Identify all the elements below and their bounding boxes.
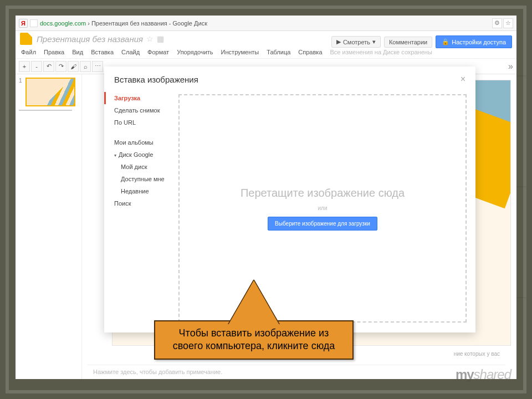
dialog-header: Вставка изображения × xyxy=(104,66,475,90)
menu-file[interactable]: Файл xyxy=(21,49,36,55)
url-separator: › xyxy=(86,20,91,27)
play-icon: ▶ xyxy=(336,38,341,45)
yandex-logo-icon[interactable]: Я xyxy=(19,19,28,28)
undo-button[interactable]: ↶ xyxy=(43,61,54,72)
omnibox-right-icons: ⚙ ☆ xyxy=(492,18,513,28)
share-label: Настройки доступа xyxy=(452,39,506,45)
nav-albums[interactable]: Мои альбомы xyxy=(104,136,176,149)
document-title[interactable]: Презентация без названия xyxy=(37,34,143,44)
slide-thumbnail[interactable] xyxy=(25,78,75,106)
more-tools-button[interactable]: ⋯ xyxy=(92,61,103,72)
paint-format-button[interactable]: 🖌 xyxy=(68,61,79,72)
present-label: Смотреть xyxy=(343,39,370,45)
menu-arrange[interactable]: Упорядочить xyxy=(177,49,213,55)
slide-thumbnails-panel: 1 xyxy=(16,74,82,379)
nav-recent[interactable]: Недавние xyxy=(104,185,176,197)
nav-snapshot[interactable]: Сделать снимок xyxy=(104,104,176,116)
slide-number: 1 xyxy=(19,78,22,84)
redo-button[interactable]: ↷ xyxy=(55,61,66,72)
url-host: docs.google.com xyxy=(40,20,86,27)
callout-arrow-icon xyxy=(228,280,279,325)
nav-upload[interactable]: Загрузка xyxy=(104,92,176,104)
slides-logo-icon[interactable] xyxy=(20,33,32,45)
present-button[interactable]: ▶ Смотреть ▾ xyxy=(331,36,381,48)
menu-edit[interactable]: Правка xyxy=(44,49,64,55)
site-favicon-icon xyxy=(30,19,38,27)
lock-icon: 🔒 xyxy=(442,38,449,45)
folder-icon[interactable]: ▦ xyxy=(157,34,164,43)
star-icon[interactable]: ☆ xyxy=(146,34,154,43)
watermark-bold: my xyxy=(456,367,474,382)
collapse-toolbar-icon[interactable]: » xyxy=(508,62,513,71)
tutorial-callout: Чтобы вставить изображение из своего ком… xyxy=(154,276,354,360)
menu-insert[interactable]: Вставка xyxy=(91,49,114,55)
new-slide-button[interactable]: + xyxy=(19,61,30,72)
nav-drive[interactable]: Диск Google xyxy=(104,149,176,161)
choose-file-button[interactable]: Выберите изображение для загрузки xyxy=(268,217,377,231)
menu-help[interactable]: Справка xyxy=(298,49,322,55)
nav-url[interactable]: По URL xyxy=(104,116,176,129)
menubar: Файл Правка Вид Вставка Слайд Формат Упо… xyxy=(16,45,516,59)
dropzone-or: или xyxy=(318,205,327,211)
bookmark-star-icon[interactable]: ☆ xyxy=(503,18,513,28)
nav-shared[interactable]: Доступные мне xyxy=(104,173,176,185)
share-button[interactable]: 🔒 Настройки доступа xyxy=(436,35,512,48)
menu-tools[interactable]: Инструменты xyxy=(221,49,259,55)
browser-omnibox: Я docs.google.com › Презентация без назв… xyxy=(16,16,516,31)
close-icon[interactable]: × xyxy=(461,74,466,84)
menu-format[interactable]: Формат xyxy=(147,49,169,55)
callout-text: Чтобы вставить изображение из своего ком… xyxy=(154,320,354,360)
speaker-notes[interactable]: Нажмите здесь, чтобы добавить примечание… xyxy=(88,365,505,381)
presentation-frame: Я docs.google.com › Презентация без назв… xyxy=(6,6,526,393)
nav-search[interactable]: Поиск xyxy=(104,197,176,209)
thumbnail-underline xyxy=(19,110,72,111)
dialog-title: Вставка изображения xyxy=(114,75,198,84)
url-title: Презентация без названия - Google Диск xyxy=(91,20,207,27)
save-status: Все изменения на Диске сохранены xyxy=(330,49,432,55)
nav-my-drive[interactable]: Мой диск xyxy=(104,161,176,173)
browser-window: Я docs.google.com › Презентация без назв… xyxy=(16,16,516,379)
watermark: myshared xyxy=(456,367,511,382)
menu-table[interactable]: Таблица xyxy=(267,49,290,55)
chevron-down-icon: ▾ xyxy=(372,38,376,45)
comments-button[interactable]: Комментарии xyxy=(384,37,432,48)
new-slide-dropdown[interactable]: - xyxy=(31,61,42,72)
menu-slide[interactable]: Слайд xyxy=(121,49,140,55)
side-hint-text: ние которых у вас xyxy=(454,351,500,357)
watermark-light: shared xyxy=(474,367,511,382)
zoom-button[interactable]: ⌕ xyxy=(80,61,91,72)
address-bar[interactable]: docs.google.com › Презентация без назван… xyxy=(40,20,492,27)
menu-view[interactable]: Вид xyxy=(72,49,83,55)
extension-icon[interactable]: ⚙ xyxy=(492,18,502,28)
dropzone-text: Перетащите изображение сюда xyxy=(241,187,405,200)
header-actions: ▶ Смотреть ▾ Комментарии 🔒 Настройки дос… xyxy=(331,35,512,48)
